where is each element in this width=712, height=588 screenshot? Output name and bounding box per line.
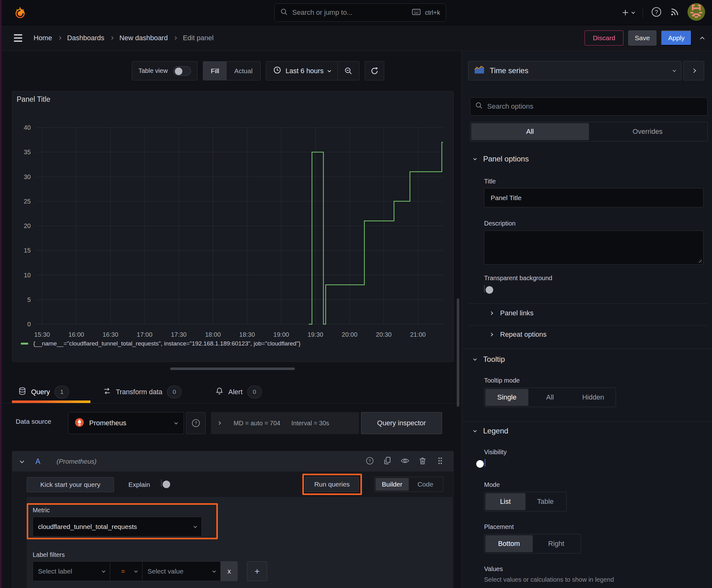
grafana-logo-icon[interactable]: [14, 6, 26, 19]
zoom-out-button[interactable]: [338, 62, 359, 80]
visibility-toggle[interactable]: [485, 459, 486, 466]
tab-query[interactable]: Query 1: [12, 381, 72, 403]
mode-table-option[interactable]: Table: [525, 493, 566, 510]
chevron-down-icon: [174, 421, 178, 424]
tab-alert-label: Alert: [228, 388, 242, 396]
metric-select[interactable]: cloudflared_tunnel_total_requests: [33, 517, 202, 537]
menu-icon[interactable]: [14, 34, 22, 42]
divider: [468, 303, 708, 304]
mode-list-option[interactable]: List: [486, 493, 525, 510]
bell-icon: [215, 387, 223, 397]
tab-alert-count: 0: [247, 386, 262, 398]
title-input[interactable]: Panel Title: [484, 188, 704, 207]
chevron-down-icon: [134, 569, 137, 572]
chevron-right-icon: [692, 68, 696, 73]
repeat-options-section[interactable]: Repeat options: [490, 331, 546, 339]
query-inspector-button[interactable]: Query inspector: [361, 412, 442, 434]
table-view-toggle[interactable]: [173, 66, 191, 76]
breadcrumb-new-dashboard[interactable]: New dashboard: [119, 34, 168, 42]
chart-legend[interactable]: {__name__="cloudflared_tunnel_total_requ…: [21, 340, 300, 347]
breadcrumb-separator-icon: [174, 36, 177, 40]
collapse-header-icon[interactable]: [700, 37, 705, 41]
expand-options-icon[interactable]: [217, 421, 221, 425]
code-option[interactable]: Code: [409, 478, 442, 491]
query-options-row: MD = auto = 704 Interval = 30s: [211, 412, 359, 434]
transparent-bg-toggle[interactable]: [484, 285, 485, 292]
panel-options-header[interactable]: Panel options: [474, 154, 528, 163]
panel-links-section[interactable]: Panel links: [490, 309, 533, 317]
tab-alert[interactable]: Alert 0: [209, 381, 265, 403]
legend-title: Legend: [483, 426, 508, 435]
explain-toggle[interactable]: [161, 479, 162, 487]
section-divider: [462, 349, 712, 349]
divider: [0, 403, 461, 403]
label-filter-value-select[interactable]: Select value: [143, 561, 221, 581]
label-filters-label: Label filters: [33, 551, 65, 559]
query-editor-card: A (Prometheus) ? Kick start your query E…: [12, 451, 454, 588]
toggle-pane-button[interactable]: [684, 61, 704, 80]
options-search-input[interactable]: Search options: [470, 97, 708, 115]
time-series-chart[interactable]: 051015202530354015:3016:0016:3017:0017:3…: [12, 91, 453, 339]
legend-header[interactable]: Legend: [474, 426, 508, 435]
scrollbar[interactable]: [457, 298, 459, 407]
discard-button[interactable]: Discard: [585, 30, 624, 45]
datasource-help-button[interactable]: ?: [186, 412, 206, 434]
series-line[interactable]: [308, 142, 443, 324]
actual-option[interactable]: Actual: [226, 62, 260, 80]
svg-text:?: ?: [369, 458, 371, 463]
close-icon: x: [228, 567, 231, 575]
breadcrumb-dashboards[interactable]: Dashboards: [67, 34, 105, 42]
tooltip-single-option[interactable]: Single: [486, 389, 528, 406]
help-icon[interactable]: ?: [651, 6, 662, 19]
svg-text:?: ?: [195, 421, 197, 426]
placement-right-option[interactable]: Right: [533, 535, 580, 552]
tab-overrides[interactable]: Overrides: [589, 123, 707, 140]
remove-filter-button[interactable]: x: [221, 561, 238, 581]
refresh-button[interactable]: [365, 61, 384, 80]
tab-all[interactable]: All: [471, 123, 589, 140]
resize-corner-icon[interactable]: [697, 258, 702, 262]
drag-query-icon[interactable]: [436, 456, 445, 467]
tooltip-all-option[interactable]: All: [528, 389, 571, 406]
transform-icon: [103, 387, 111, 397]
fill-option[interactable]: Fill: [203, 62, 226, 80]
query-row-header[interactable]: A (Prometheus) ?: [12, 451, 453, 471]
add-new-button[interactable]: [621, 8, 634, 17]
tooltip-mode-group: Single All Hidden: [484, 387, 616, 407]
keyboard-icon: [412, 8, 421, 17]
visualization-picker[interactable]: Time series: [468, 61, 682, 80]
collapse-query-icon[interactable]: [20, 459, 24, 463]
builder-option[interactable]: Builder: [375, 478, 409, 491]
placement-bottom-option[interactable]: Bottom: [486, 535, 533, 552]
all-overrides-tabs: All Overrides: [470, 122, 708, 141]
x-axis-tick-label: 19:00: [274, 331, 289, 338]
query-ref-id: A: [36, 457, 40, 466]
x-axis-tick-label: 20:30: [376, 331, 391, 338]
tab-transform-label: Transform data: [116, 388, 162, 396]
add-filter-button[interactable]: +: [247, 561, 267, 581]
delete-query-icon[interactable]: [418, 456, 427, 467]
time-range-picker[interactable]: Last 6 hours: [266, 62, 338, 80]
description-textarea[interactable]: [484, 231, 704, 265]
run-queries-button[interactable]: Run queries: [305, 477, 359, 492]
news-rss-icon[interactable]: [670, 7, 679, 18]
resize-handle[interactable]: [170, 368, 295, 370]
save-button[interactable]: Save: [628, 30, 656, 45]
title-value: Panel Title: [491, 194, 521, 202]
label-filter-operator-select[interactable]: =: [110, 561, 143, 581]
screen-edge: [0, 0, 2, 588]
hide-query-icon[interactable]: [401, 456, 409, 467]
apply-button[interactable]: Apply: [661, 30, 692, 45]
tooltip-hidden-option[interactable]: Hidden: [572, 389, 615, 406]
tooltip-header[interactable]: Tooltip: [474, 355, 505, 364]
query-help-icon[interactable]: ?: [365, 456, 374, 467]
avatar[interactable]: [688, 3, 705, 22]
global-search-input[interactable]: Search or jump to... ctrl+k: [274, 3, 446, 22]
label-filter-label-select[interactable]: Select label: [33, 561, 110, 581]
tab-transform[interactable]: Transform data 0: [97, 381, 185, 403]
duplicate-query-icon[interactable]: [383, 456, 392, 467]
query-datasource-hint: (Prometheus): [57, 458, 96, 465]
breadcrumb-home[interactable]: Home: [34, 34, 52, 42]
kick-start-button[interactable]: Kick start your query: [27, 477, 114, 492]
datasource-picker[interactable]: Prometheus: [68, 412, 184, 434]
